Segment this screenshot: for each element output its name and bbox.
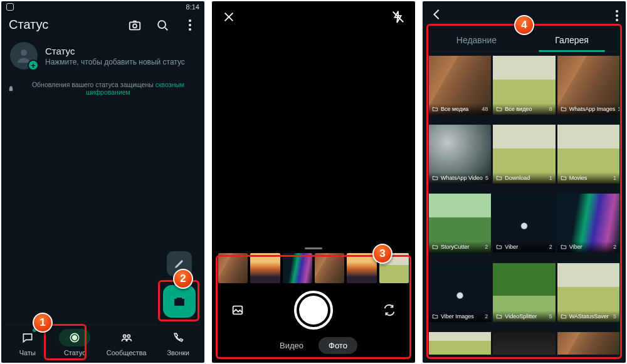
more-icon[interactable] <box>183 18 197 32</box>
back-icon[interactable] <box>430 8 444 24</box>
gallery-folder[interactable]: Все видео8 <box>493 56 555 115</box>
sys-time: 8:14 <box>186 3 199 11</box>
folder-count: 5 <box>613 313 616 320</box>
svg-rect-9 <box>233 306 243 315</box>
folder-name: VideoSplitter <box>505 313 537 320</box>
folder-count: 1 <box>549 175 552 181</box>
tab-calls[interactable]: Звонки <box>162 329 194 356</box>
status-subtitle: Нажмите, чтобы добавить новый статус <box>45 58 185 66</box>
page-title: Статус <box>9 18 48 32</box>
svg-point-7 <box>123 335 125 337</box>
folder-name: Все видео <box>505 106 532 112</box>
gallery-icon[interactable] <box>227 299 248 321</box>
folder-name: Viber Images <box>441 313 474 320</box>
folder-name: Viber <box>505 244 518 250</box>
seg-recent[interactable]: Недавние <box>429 29 524 51</box>
drag-handle-icon[interactable] <box>305 247 322 249</box>
tab-status[interactable]: Статус <box>59 329 90 356</box>
gallery-folder[interactable]: Viber2 <box>557 194 619 252</box>
svg-point-3 <box>21 49 27 56</box>
recent-thumb[interactable] <box>218 253 248 283</box>
svg-point-5 <box>73 336 77 340</box>
anno-badge-1: 1 <box>33 313 53 333</box>
system-status-bar: 8:14 <box>1 1 204 13</box>
anno-badge-2: 2 <box>173 269 193 289</box>
folder-name: Все медиа <box>441 106 468 112</box>
screen-camera: Видео Фото 3 <box>212 1 415 363</box>
recent-thumb[interactable] <box>283 253 312 283</box>
folder-count: 1 <box>613 175 616 181</box>
folder-count: 2 <box>485 313 488 320</box>
gallery-folder[interactable]: Viber Images2 <box>429 263 491 322</box>
svg-point-1 <box>133 24 137 28</box>
camera-icon[interactable] <box>128 18 142 32</box>
svg-point-8 <box>127 335 130 337</box>
folder-name: WhatsApp Video <box>441 175 483 181</box>
gallery-folder[interactable]: VideoSplitter5 <box>493 263 555 322</box>
folder-count: 5 <box>549 313 552 320</box>
folder-name: Download <box>505 175 530 181</box>
folder-name: Viber <box>569 244 582 250</box>
gallery-folder[interactable] <box>557 332 619 355</box>
recent-thumb[interactable] <box>347 253 376 283</box>
folder-count: 2 <box>485 244 488 250</box>
avatar: + <box>10 42 38 70</box>
gallery-folder[interactable]: Все медиа48 <box>429 56 491 115</box>
gallery-folder[interactable]: Movies1 <box>557 125 619 184</box>
flash-off-icon[interactable] <box>391 10 405 26</box>
gallery-grid: Все медиа48Все видео8WhatsApp Images11Wh… <box>423 56 626 363</box>
folder-count: 2 <box>613 244 616 250</box>
anno-badge-3: 3 <box>372 244 393 264</box>
folder-count: 8 <box>549 106 552 112</box>
svg-rect-0 <box>130 22 140 29</box>
bottom-nav: Чаты Статус Сообщества Звонки <box>1 325 204 363</box>
camera-fab[interactable] <box>163 285 196 318</box>
folder-count: 2 <box>549 244 552 250</box>
folder-name: WAStatusSaver <box>569 313 609 320</box>
switch-camera-icon[interactable] <box>379 299 400 321</box>
folder-name: WhatsApp Images <box>569 106 616 112</box>
gallery-folder[interactable]: StoryCutter2 <box>429 194 491 252</box>
status-title: Статус <box>45 46 185 56</box>
mode-switch: Видео Фото <box>212 332 415 363</box>
recent-thumb[interactable] <box>315 253 344 283</box>
screen-gallery: Недавние Галерея Все медиа48Все видео8Wh… <box>423 1 626 363</box>
mode-video[interactable]: Видео <box>270 337 314 354</box>
svg-point-2 <box>158 21 166 28</box>
viewfinder[interactable] <box>212 35 415 242</box>
mode-photo[interactable]: Фото <box>319 337 357 354</box>
screen-status: 8:14 Статус + Статус Нажмите, чтобы доба… <box>1 1 204 363</box>
recent-thumb[interactable] <box>250 253 280 283</box>
shutter-button[interactable] <box>294 291 333 330</box>
gallery-folder[interactable]: WAStatusSaver5 <box>557 263 619 322</box>
plus-icon: + <box>28 60 39 71</box>
folder-count: 48 <box>482 106 488 112</box>
folder-count: 11 <box>618 106 619 112</box>
gallery-folder[interactable]: WhatsApp Images11 <box>557 56 619 115</box>
tab-communities[interactable]: Сообщества <box>107 329 147 356</box>
tab-chats[interactable]: Чаты <box>12 329 43 356</box>
search-icon[interactable] <box>155 18 169 32</box>
folder-name: StoryCutter <box>441 244 470 250</box>
encryption-notice: Обновления вашего статуса защищены сквоз… <box>1 77 204 100</box>
close-icon[interactable] <box>222 10 236 26</box>
gallery-folder[interactable] <box>429 332 491 355</box>
gallery-folder[interactable]: WhatsApp Video5 <box>429 125 491 184</box>
folder-count: 5 <box>485 175 488 181</box>
folder-name: Movies <box>569 175 587 181</box>
gallery-folder[interactable]: Download1 <box>493 125 555 184</box>
gallery-folder[interactable]: Viber2 <box>493 194 555 252</box>
notif-icon <box>6 3 14 11</box>
my-status-row[interactable]: + Статус Нажмите, чтобы добавить новый с… <box>1 34 204 77</box>
anno-badge-4: 4 <box>514 15 534 35</box>
seg-gallery[interactable]: Галерея <box>524 29 619 51</box>
gallery-folder[interactable] <box>493 332 555 355</box>
more-icon[interactable] <box>616 10 618 21</box>
